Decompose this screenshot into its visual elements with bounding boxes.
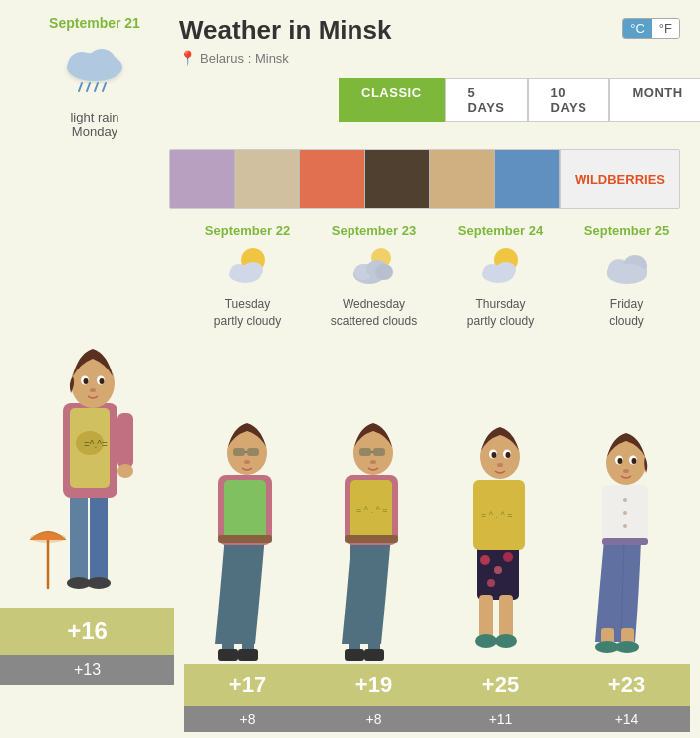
current-day-panel: =^.^= xyxy=(0,219,174,685)
svg-rect-49 xyxy=(364,649,384,661)
day-condition-4: Friday cloudy xyxy=(609,296,644,330)
svg-rect-94 xyxy=(602,538,648,545)
header-right: Weather in Minsk 📍 Belarus : Minsk CLASS… xyxy=(169,15,700,131)
day-figure-3: = ^ . ^ = xyxy=(443,336,558,664)
header: September 21 light ra xyxy=(0,0,700,149)
location-icon: 📍 xyxy=(179,50,196,66)
svg-rect-34 xyxy=(224,480,266,540)
svg-point-2 xyxy=(88,49,116,75)
tab-classic[interactable]: CLASSIC xyxy=(339,78,445,122)
svg-text:= ^ . ^ =: = ^ . ^ = xyxy=(481,510,512,520)
ad-img-3 xyxy=(300,150,364,208)
day-date-3: September 24 xyxy=(458,223,543,238)
svg-point-40 xyxy=(244,460,250,464)
page-wrapper: September 21 light ra xyxy=(0,0,700,732)
ad-img-1 xyxy=(170,150,235,208)
svg-rect-53 xyxy=(345,535,398,543)
svg-rect-37 xyxy=(233,448,245,456)
ad-inner: WILDBERRIES xyxy=(170,150,679,208)
ad-img-5 xyxy=(430,150,495,208)
ad-img-2 xyxy=(235,150,300,208)
tab-5days[interactable]: 5 DAYS xyxy=(445,78,528,122)
svg-point-65 xyxy=(494,566,502,574)
main-section: =^.^= xyxy=(0,219,700,732)
svg-rect-32 xyxy=(238,649,258,661)
current-temp-low: +13 xyxy=(0,655,174,685)
forecast-day-2: September 23 Wednesday scattered clouds xyxy=(311,219,437,732)
ad-banner: WILDBERRIES xyxy=(169,149,680,209)
svg-point-78 xyxy=(506,452,511,458)
day-temp-high-1: +17 xyxy=(184,664,311,706)
svg-rect-9 xyxy=(70,493,88,583)
svg-point-91 xyxy=(623,498,627,502)
svg-rect-31 xyxy=(218,649,238,661)
svg-point-45 xyxy=(375,264,393,280)
svg-point-99 xyxy=(632,458,637,464)
svg-point-93 xyxy=(623,524,627,528)
svg-point-98 xyxy=(618,458,623,464)
svg-rect-23 xyxy=(117,413,133,468)
forecast-day-3: September 24 Thursday partly cloudy xyxy=(437,219,564,732)
svg-point-79 xyxy=(497,463,503,467)
svg-point-24 xyxy=(117,464,133,478)
day-icon-2 xyxy=(350,244,399,292)
svg-point-64 xyxy=(480,555,490,565)
current-temp-high: +16 xyxy=(0,608,174,655)
day-icon-1 xyxy=(223,244,273,292)
day-date-1: September 22 xyxy=(205,223,290,238)
ad-brand-name: WILDBERRIES xyxy=(575,172,665,187)
day-icon-3 xyxy=(476,244,526,292)
svg-rect-48 xyxy=(345,649,364,661)
svg-point-28 xyxy=(243,262,263,278)
day-date-2: September 23 xyxy=(332,223,416,238)
ad-brand[interactable]: WILDBERRIES xyxy=(560,150,679,208)
svg-line-4 xyxy=(87,83,90,91)
svg-rect-10 xyxy=(90,493,108,583)
ad-images xyxy=(170,150,560,208)
svg-point-89 xyxy=(615,641,639,653)
svg-text:= ^ . ^ =: = ^ . ^ = xyxy=(356,505,387,515)
svg-rect-68 xyxy=(479,595,493,639)
svg-point-20 xyxy=(83,378,88,384)
svg-point-83 xyxy=(607,264,647,284)
day-temp-low-1: +8 xyxy=(184,706,311,732)
svg-rect-56 xyxy=(373,448,385,456)
svg-point-58 xyxy=(370,460,376,464)
forecast-day-1: September 22 Tuesday partly cloudy xyxy=(184,219,311,732)
tab-10days[interactable]: 10 DAYS xyxy=(528,78,610,122)
ad-img-6 xyxy=(495,150,560,208)
svg-line-6 xyxy=(103,83,106,91)
svg-point-67 xyxy=(487,579,495,587)
svg-rect-35 xyxy=(218,535,272,543)
day-condition-3: Thursday partly cloudy xyxy=(467,296,534,330)
day-temp-low-4: +14 xyxy=(564,706,690,732)
svg-text:=^.^=: =^.^= xyxy=(84,439,108,450)
header-left: September 21 light ra xyxy=(20,15,169,139)
day-temp-high-4: +23 xyxy=(564,664,690,706)
tab-month[interactable]: MONTH xyxy=(609,78,700,122)
celsius-button[interactable]: °C xyxy=(623,19,652,38)
day-figure-1 xyxy=(190,336,305,664)
ad-img-4 xyxy=(365,150,430,208)
svg-rect-55 xyxy=(359,448,371,456)
day-condition-2: Wednesday scattered clouds xyxy=(331,296,417,330)
location-text: Belarus : Minsk xyxy=(200,51,289,66)
svg-rect-38 xyxy=(247,448,259,456)
day-icon-4 xyxy=(602,244,652,292)
rain-icon xyxy=(60,39,129,102)
day-figure-4 xyxy=(570,336,684,664)
day-temp-low-2: +8 xyxy=(311,706,437,732)
tabs: CLASSIC 5 DAYS 10 DAYS MONTH xyxy=(339,78,700,122)
svg-point-71 xyxy=(495,634,517,648)
day-figure-2: = ^ . ^ = xyxy=(317,336,431,664)
svg-line-5 xyxy=(95,83,98,91)
day-condition-1: Tuesday partly cloudy xyxy=(214,296,281,330)
svg-rect-69 xyxy=(499,595,513,639)
day-temp-high-2: +19 xyxy=(311,664,437,706)
city-location: 📍 Belarus : Minsk xyxy=(179,50,700,66)
svg-point-62 xyxy=(496,262,516,278)
day-temp-high-3: +25 xyxy=(437,664,564,706)
forecast-day-4: September 25 Friday cloudy xyxy=(564,219,690,732)
svg-point-100 xyxy=(623,469,629,473)
fahrenheit-button[interactable]: °F xyxy=(652,19,679,38)
